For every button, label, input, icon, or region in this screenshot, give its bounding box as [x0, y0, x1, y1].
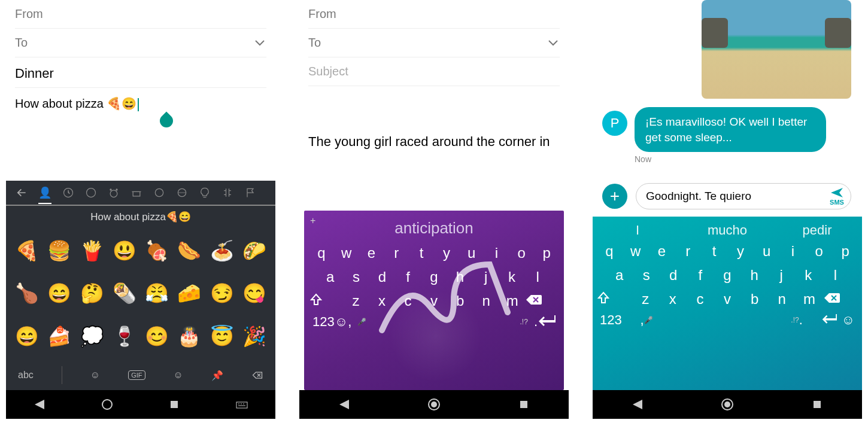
object-category-icon[interactable]: [199, 187, 211, 199]
key-x[interactable]: x: [369, 293, 395, 311]
key-y[interactable]: y: [727, 243, 754, 260]
key-f[interactable]: f: [395, 269, 421, 285]
key-l[interactable]: l: [525, 269, 551, 285]
key-w[interactable]: w: [623, 243, 649, 260]
mic-icon[interactable]: 🎤: [357, 318, 366, 326]
key-k[interactable]: k: [795, 267, 822, 284]
key-n[interactable]: n: [768, 291, 796, 309]
emoji-key[interactable]: ☺: [335, 314, 348, 330]
key-u[interactable]: u: [459, 245, 484, 261]
key-c[interactable]: c: [395, 293, 421, 311]
key-r[interactable]: r: [384, 245, 409, 261]
nav-recent-button[interactable]: [167, 397, 181, 412]
emoji-cell[interactable]: 🍝: [206, 229, 238, 272]
message-input[interactable]: [646, 190, 829, 203]
key-b[interactable]: b: [741, 291, 769, 309]
key-p[interactable]: p: [534, 245, 559, 261]
clock-icon[interactable]: [62, 187, 74, 199]
key-k[interactable]: k: [499, 269, 524, 285]
emoji-cell[interactable]: 🤔: [76, 272, 108, 315]
key-q[interactable]: q: [596, 243, 623, 260]
add-attachment-button[interactable]: +: [602, 184, 627, 209]
backspace-key[interactable]: [525, 293, 559, 311]
emoji-cell[interactable]: 💭: [76, 315, 108, 358]
suggestion-1[interactable]: I: [596, 223, 679, 238]
key-y[interactable]: y: [434, 245, 459, 261]
key-u[interactable]: u: [754, 243, 780, 260]
key-z[interactable]: z: [632, 291, 659, 309]
animal-category-icon[interactable]: [108, 187, 120, 199]
emoji-cell[interactable]: 😊: [141, 315, 173, 358]
to-field[interactable]: To: [308, 29, 560, 57]
recent-category-icon[interactable]: 👤: [38, 186, 51, 204]
back-icon[interactable]: [16, 187, 28, 199]
abc-button[interactable]: abc: [18, 370, 34, 381]
nav-keyboard-icon[interactable]: [235, 397, 249, 412]
nav-home-button[interactable]: [100, 397, 114, 412]
nav-recent-button[interactable]: [810, 397, 824, 412]
suggestion-bar[interactable]: anticipation: [304, 211, 564, 241]
cursor-handle[interactable]: [157, 111, 175, 130]
key-a[interactable]: a: [606, 267, 633, 284]
key-i[interactable]: i: [780, 243, 806, 260]
enter-key[interactable]: [538, 314, 556, 330]
travel-category-icon[interactable]: [176, 187, 188, 199]
emoji-cell[interactable]: 🌯: [108, 272, 141, 315]
key-a[interactable]: a: [317, 269, 343, 285]
emoji-cell[interactable]: 😏: [206, 272, 238, 315]
from-field[interactable]: From: [308, 0, 560, 29]
message-input-wrap[interactable]: SMS: [636, 183, 851, 209]
activity-category-icon[interactable]: [153, 187, 165, 199]
key-m[interactable]: m: [499, 293, 526, 311]
emoji-cell[interactable]: 🍷: [108, 315, 141, 358]
nav-back-button[interactable]: [32, 397, 47, 412]
key-l[interactable]: l: [822, 267, 849, 284]
chevron-down-icon[interactable]: [253, 36, 266, 50]
emoji-cell[interactable]: 🍰: [43, 315, 75, 358]
key-i[interactable]: i: [484, 245, 509, 261]
key-f[interactable]: f: [687, 267, 714, 284]
emoji-cell[interactable]: 😄: [11, 315, 43, 358]
nav-back-button[interactable]: [630, 397, 645, 412]
key-v[interactable]: v: [421, 293, 447, 311]
symbol-category-icon[interactable]: [221, 187, 233, 199]
emoji-cell[interactable]: 🌭: [173, 229, 205, 272]
body-field[interactable]: The young girl raced around the corner i…: [308, 86, 560, 156]
send-sms-button[interactable]: SMS: [829, 187, 845, 206]
emoji-cell[interactable]: 😃: [108, 229, 141, 272]
key-q[interactable]: q: [309, 245, 334, 261]
suggestion-2[interactable]: mucho: [686, 223, 769, 238]
suggestion-3[interactable]: pedir: [776, 223, 858, 238]
key-g[interactable]: g: [714, 267, 740, 284]
key-o[interactable]: o: [806, 243, 832, 260]
emoji-cell[interactable]: 🍕: [11, 229, 43, 272]
key-j[interactable]: j: [473, 269, 499, 285]
key-c[interactable]: c: [687, 291, 714, 309]
key-x[interactable]: x: [659, 291, 687, 309]
key-r[interactable]: r: [675, 243, 701, 260]
key-s[interactable]: s: [633, 267, 660, 284]
to-field[interactable]: To: [15, 29, 266, 57]
emoji-cell[interactable]: 🧀: [173, 272, 205, 315]
from-field[interactable]: From: [15, 0, 266, 29]
emoji-cell[interactable]: 🍟: [76, 229, 108, 272]
flag-category-icon[interactable]: [244, 187, 256, 199]
comma-key[interactable]: ,: [348, 314, 351, 330]
avatar[interactable]: P: [602, 111, 627, 136]
period-key[interactable]: .: [799, 312, 803, 328]
numbers-key[interactable]: 123: [600, 312, 622, 328]
sticker-icon[interactable]: ☺: [174, 370, 183, 381]
key-z[interactable]: z: [343, 293, 369, 311]
backspace-icon[interactable]: [251, 369, 263, 381]
numbers-key[interactable]: 123: [312, 314, 335, 330]
gif-button[interactable]: GIF: [128, 370, 145, 380]
key-g[interactable]: g: [421, 269, 447, 285]
emoji-cell[interactable]: 😇: [206, 315, 238, 358]
key-w[interactable]: w: [334, 245, 359, 261]
face-category-icon[interactable]: [85, 187, 97, 199]
key-h[interactable]: h: [447, 269, 473, 285]
chevron-down-icon[interactable]: [547, 36, 560, 50]
mic-icon[interactable]: 🎤: [644, 316, 653, 324]
emoji-cell[interactable]: 😄: [43, 272, 75, 315]
emoji-key[interactable]: ☺: [842, 312, 855, 328]
